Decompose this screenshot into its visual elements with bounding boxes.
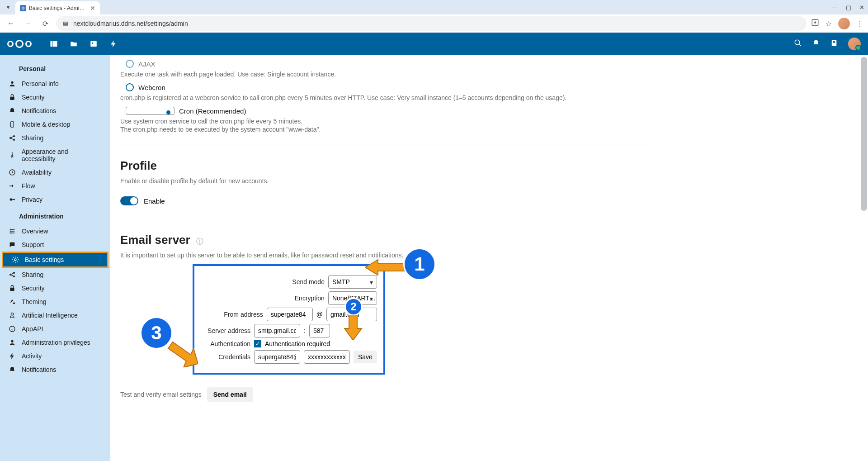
- access-icon: [8, 152, 16, 159]
- save-button[interactable]: Save: [354, 351, 377, 363]
- server-port-input[interactable]: [309, 324, 330, 337]
- grid-icon: [8, 228, 16, 235]
- sidebar-item-mobile-desktop[interactable]: Mobile & desktop: [0, 118, 110, 131]
- radio-ajax[interactable]: [126, 60, 134, 68]
- sidebar-item-privacy[interactable]: Privacy: [0, 193, 110, 206]
- install-app-icon[interactable]: [811, 19, 819, 29]
- sidebar-item-administration-privileges[interactable]: Administration privileges: [0, 336, 110, 349]
- sidebar-item-label: Sharing: [22, 271, 43, 278]
- sidebar-item-sharing[interactable]: Sharing: [0, 268, 110, 281]
- sidebar-heading-admin: Administration: [0, 206, 110, 224]
- annotation-2: 2: [344, 298, 363, 316]
- svg-rect-7: [90, 41, 97, 47]
- sidebar-item-appearance-and-accessibility[interactable]: Appearance and accessibility: [0, 145, 110, 166]
- site-info-icon[interactable]: [62, 20, 69, 27]
- sidebar-item-overview[interactable]: Overview: [0, 224, 110, 238]
- sidebar-item-support[interactable]: Support: [0, 238, 110, 252]
- sidebar-item-personal-info[interactable]: Personal info: [0, 77, 110, 90]
- scrollbar-thumb[interactable]: [861, 57, 867, 211]
- sidebar-item-activity[interactable]: Activity: [0, 349, 110, 363]
- files-icon[interactable]: [70, 40, 78, 48]
- flow-icon: [8, 182, 16, 190]
- contacts-icon[interactable]: [830, 39, 838, 49]
- search-icon[interactable]: [794, 39, 802, 49]
- profile-description: Enable or disable profile by default for…: [120, 177, 653, 185]
- webcron-description: cron.php is registered at a webcron serv…: [120, 94, 653, 101]
- server-host-input[interactable]: [254, 324, 300, 337]
- sidebar-item-appapi[interactable]: AppAPI: [0, 322, 110, 336]
- share-icon: [8, 134, 16, 142]
- radio-ajax-label: AJAX: [138, 60, 156, 68]
- ai-icon: [8, 312, 16, 319]
- back-button[interactable]: ←: [5, 17, 17, 30]
- address-bar[interactable]: nextcloudmarius.ddns.net/settings/admin: [56, 16, 807, 31]
- radio-webcron[interactable]: [126, 83, 134, 91]
- svg-rect-14: [11, 122, 14, 127]
- sidebar-item-notifications[interactable]: Notifications: [0, 104, 110, 118]
- credentials-user-input[interactable]: [254, 350, 300, 364]
- profile-avatar-icon[interactable]: [838, 18, 850, 29]
- logo-icon[interactable]: [7, 40, 32, 48]
- mobile-icon: [8, 121, 16, 128]
- close-window-icon[interactable]: ✕: [859, 4, 864, 11]
- profile-heading: Profile: [120, 159, 653, 173]
- send-email-button[interactable]: Send email: [207, 387, 253, 402]
- sidebar-item-sharing[interactable]: Sharing: [0, 131, 110, 145]
- forward-button[interactable]: →: [22, 17, 34, 30]
- minimize-icon[interactable]: —: [832, 4, 838, 11]
- activity-icon[interactable]: [109, 40, 118, 48]
- radio-webcron-label: Webcron: [138, 84, 165, 91]
- maximize-icon[interactable]: ▢: [846, 4, 851, 11]
- sidebar-item-label: Security: [22, 94, 45, 101]
- svg-marker-31: [344, 315, 362, 340]
- sidebar-item-artificial-intelligence[interactable]: Artificial Intelligence: [0, 309, 110, 322]
- bookmark-icon[interactable]: ☆: [826, 19, 832, 28]
- annotation-1: 1: [403, 248, 436, 280]
- sidebar-item-label: Privacy: [22, 196, 42, 203]
- sidebar-item-label: Notifications: [22, 107, 56, 114]
- sidebar-item-label: Artificial Intelligence: [22, 312, 78, 319]
- radio-cron-label: Cron (Recommended): [179, 107, 246, 115]
- dashboard-icon[interactable]: [50, 40, 58, 48]
- notifications-bell-icon[interactable]: [812, 39, 820, 49]
- sidebar-item-basic-settings[interactable]: Basic settings: [2, 252, 108, 268]
- from-address-label: From address: [213, 311, 263, 318]
- sidebar-item-label: Overview: [22, 228, 48, 235]
- auth-checkbox[interactable]: ✓: [254, 340, 261, 347]
- sidebar-item-flow[interactable]: Flow: [0, 179, 110, 193]
- sidebar-item-availability[interactable]: Availability: [0, 166, 110, 179]
- svg-point-8: [92, 43, 93, 44]
- browser-tab[interactable]: ⚙ Basic settings - Admi… ✕: [15, 1, 100, 15]
- credentials-pass-input[interactable]: [304, 350, 350, 364]
- svg-rect-1: [63, 23, 67, 24]
- profile-toggle-label: Enable: [144, 197, 165, 205]
- test-email-label: Test and verify email settings: [120, 391, 202, 398]
- sidebar-heading-personal: Personal: [0, 59, 110, 77]
- sidebar-item-security[interactable]: Security: [0, 281, 110, 295]
- profile-toggle[interactable]: [120, 196, 138, 205]
- photos-icon[interactable]: [90, 40, 98, 48]
- info-icon[interactable]: ⓘ: [196, 238, 203, 245]
- svg-point-21: [14, 259, 16, 261]
- svg-point-11: [833, 41, 835, 43]
- radio-cron[interactable]: [126, 107, 175, 115]
- svg-rect-13: [10, 97, 14, 100]
- tab-dropdown[interactable]: ▾: [4, 3, 13, 12]
- from-user-input[interactable]: [267, 308, 313, 321]
- sidebar-item-label: Support: [22, 241, 44, 248]
- app-icon: [8, 325, 16, 333]
- svg-marker-32: [168, 342, 198, 367]
- user-avatar-icon[interactable]: [848, 38, 861, 50]
- close-tab-icon[interactable]: ✕: [90, 5, 95, 12]
- sidebar-item-security[interactable]: Security: [0, 90, 110, 104]
- sidebar-item-label: Administration privileges: [22, 339, 90, 346]
- lock-icon: [8, 94, 16, 101]
- sidebar-item-notifications[interactable]: Notifications: [0, 363, 110, 376]
- credentials-label: Credentials: [201, 353, 250, 361]
- sidebar-item-theming[interactable]: Theming: [0, 295, 110, 309]
- email-heading: Email server ⓘ: [120, 233, 653, 247]
- menu-icon[interactable]: ⋮: [856, 19, 863, 28]
- tab-title: Basic settings - Admi…: [29, 5, 85, 11]
- svg-rect-4: [51, 41, 53, 47]
- reload-button[interactable]: ⟳: [39, 17, 52, 30]
